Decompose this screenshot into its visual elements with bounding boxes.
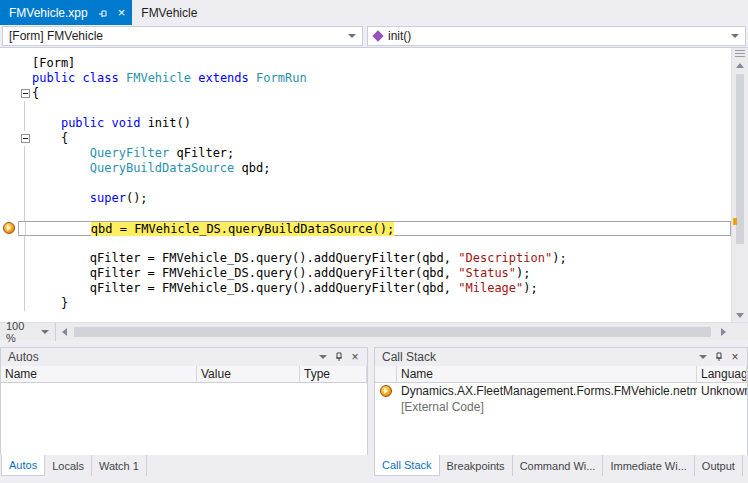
code-line[interactable]: QueryFilter qFilter; (0, 146, 731, 161)
column-header-name[interactable]: Name (1, 366, 197, 382)
outlining-margin (18, 161, 32, 176)
outlining-margin[interactable] (18, 131, 32, 146)
code-line[interactable] (0, 236, 731, 251)
tab-autos[interactable]: Autos (1, 455, 45, 476)
vertical-scrollbar-thumb[interactable] (736, 74, 744, 244)
breakpoint-margin[interactable] (0, 206, 18, 221)
frame-name: [External Code] (397, 400, 697, 414)
code-line[interactable]: super(); (0, 191, 731, 206)
document-tab-bar: FMVehicle.xpp × FMVehicle (0, 0, 748, 25)
window-position-icon[interactable] (315, 350, 331, 364)
code-line[interactable] (0, 176, 731, 191)
code-line[interactable]: } (0, 296, 731, 311)
breakpoint-margin[interactable] (0, 176, 18, 191)
breakpoint-margin[interactable] (0, 281, 18, 296)
code-line[interactable]: public class FMVehicle extends FormRun (0, 71, 731, 86)
breakpoint-margin[interactable] (0, 86, 18, 101)
code-line[interactable]: { (0, 86, 731, 101)
code-line[interactable] (0, 101, 731, 116)
breakpoint-margin[interactable] (0, 191, 18, 206)
breakpoint-margin[interactable] (0, 266, 18, 281)
breakpoint-margin[interactable] (0, 251, 18, 266)
breakpoint-margin[interactable] (0, 116, 18, 131)
outlining-margin[interactable] (18, 86, 32, 101)
code-line[interactable] (0, 206, 731, 221)
tab-immediate-window[interactable]: Immediate Wi... (603, 455, 694, 476)
vertical-scrollbar-track[interactable] (732, 72, 748, 308)
code-line[interactable]: QueryBuildDataSource qbd; (0, 161, 731, 176)
call-stack-title-bar: Call Stack × (375, 348, 747, 366)
tab-breakpoints[interactable]: Breakpoints (440, 455, 513, 476)
call-stack-column-headers: Name Language (375, 366, 747, 383)
code-line[interactable]: { (0, 131, 731, 146)
outlining-margin (19, 222, 33, 235)
column-header-value[interactable]: Value (197, 366, 300, 382)
breakpoint-margin[interactable] (0, 131, 18, 146)
tab-command-window[interactable]: Command Wi... (513, 455, 604, 476)
pin-icon[interactable] (711, 350, 727, 364)
vertical-scrollbar[interactable] (731, 48, 748, 322)
outlining-margin (18, 206, 32, 221)
breakpoint-margin[interactable] (0, 71, 18, 86)
tab-call-stack[interactable]: Call Stack (374, 455, 440, 476)
scroll-up-button[interactable] (732, 58, 748, 72)
zoom-dropdown[interactable]: 100 % (0, 323, 56, 341)
breakpoint-margin[interactable] (0, 161, 18, 176)
code-line-text: QueryFilter qFilter; (32, 146, 234, 161)
close-icon[interactable]: × (347, 350, 363, 364)
scroll-right-button[interactable] (715, 323, 731, 341)
close-icon[interactable]: × (727, 350, 743, 364)
member-dropdown[interactable]: init() (367, 26, 746, 46)
scope-dropdown[interactable]: [Form] FMVehicle (2, 26, 363, 46)
outlining-margin (18, 296, 32, 311)
horizontal-scrollbar-thumb[interactable] (74, 327, 711, 337)
outlining-margin (18, 146, 32, 161)
doc-tab-fmvehicle[interactable]: FMVehicle (132, 0, 206, 25)
callstack-frame-row[interactable]: Dynamics.AX.FleetManagement.Forms.FMVehi… (375, 383, 747, 399)
code-line[interactable]: qFilter = FMVehicle_DS.query().addQueryF… (0, 281, 731, 296)
fold-collapse-icon[interactable] (21, 89, 30, 98)
column-header-type[interactable]: Type (300, 366, 367, 382)
code-line[interactable]: public void init() (0, 116, 731, 131)
current-statement-scroll-mark (733, 218, 737, 225)
fold-collapse-icon[interactable] (21, 134, 30, 143)
outlining-margin (18, 236, 32, 251)
navigation-bar: [Form] FMVehicle init() (0, 25, 748, 48)
doc-tab-fmvehicle-xpp[interactable]: FMVehicle.xpp × (0, 0, 132, 25)
callstack-frame-row[interactable]: [External Code] (375, 399, 747, 415)
horizontal-scrollbar[interactable] (56, 323, 731, 341)
current-frame-icon (380, 385, 392, 397)
pin-icon[interactable] (331, 350, 347, 364)
column-header-name[interactable]: Name (397, 366, 697, 382)
code-line-text: public class FMVehicle extends FormRun (32, 71, 307, 86)
breakpoint-margin[interactable] (0, 221, 18, 236)
code-line-text: qFilter = FMVehicle_DS.query().addQueryF… (32, 251, 567, 266)
window-position-icon[interactable] (695, 350, 711, 364)
column-header-language[interactable]: Language (697, 366, 747, 382)
code-editor[interactable]: [Form]public class FMVehicle extends For… (0, 48, 748, 322)
column-header-frame-icon[interactable] (375, 366, 397, 382)
scroll-left-button[interactable] (56, 323, 72, 341)
close-icon[interactable]: × (118, 6, 126, 19)
breakpoint-margin[interactable] (0, 146, 18, 161)
breakpoint-margin[interactable] (0, 56, 18, 71)
tab-locals[interactable]: Locals (45, 455, 92, 476)
breakpoint-margin[interactable] (0, 236, 18, 251)
outlining-margin (18, 191, 32, 206)
outlining-margin (18, 101, 32, 116)
breakpoint-margin[interactable] (0, 296, 18, 311)
code-line[interactable]: qFilter = FMVehicle_DS.query().addQueryF… (0, 266, 731, 281)
code-line[interactable]: qFilter = FMVehicle_DS.query().addQueryF… (0, 251, 731, 266)
pin-icon[interactable] (95, 6, 111, 20)
split-gripper-icon[interactable] (735, 50, 745, 58)
tab-watch-1[interactable]: Watch 1 (92, 455, 147, 476)
autos-body[interactable] (1, 383, 367, 455)
code-line[interactable]: [Form] (0, 56, 731, 71)
tab-output[interactable]: Output (695, 455, 743, 476)
scroll-down-button[interactable] (732, 308, 748, 322)
code-line[interactable]: qbd = FMVehicle_DS.queryBuildDataSource(… (0, 221, 731, 236)
callstack-body[interactable]: Dynamics.AX.FleetManagement.Forms.FMVehi… (375, 383, 747, 455)
breakpoint-margin[interactable] (0, 101, 18, 116)
outlining-margin (18, 251, 32, 266)
outlining-margin (18, 116, 32, 131)
